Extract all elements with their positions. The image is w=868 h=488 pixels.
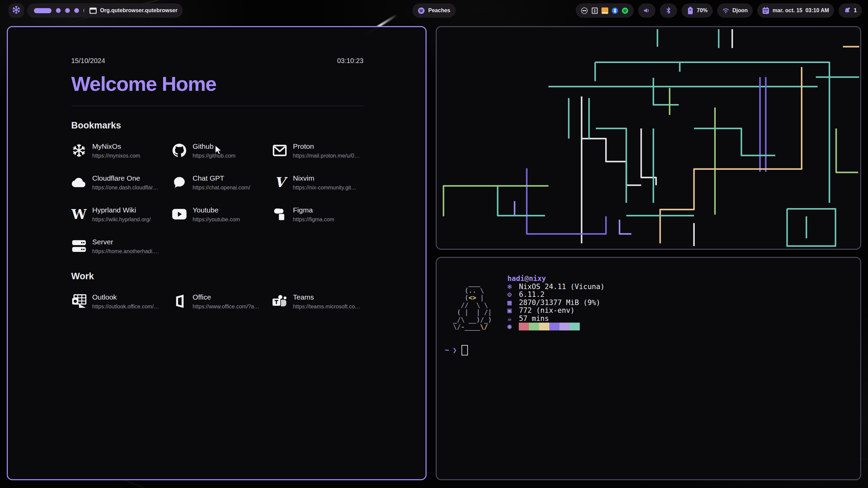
palette-swatch [549, 323, 559, 330]
palette-swatch [539, 323, 549, 330]
bookmark-title: Figma [293, 206, 334, 215]
workspace-2[interactable] [56, 8, 61, 13]
tray-orange-app-icon[interactable] [601, 7, 608, 14]
bookmark-nixvim[interactable]: VNixvimhttps://nix-community.git… [272, 171, 372, 193]
active-window-pill[interactable]: Org.qutebrowser.qutebrowser [84, 3, 183, 18]
bookmark-hyprland-wiki[interactable]: WHyprland Wikihttps://wiki.hyprland.org/ [71, 203, 172, 225]
network-pill[interactable]: Djoon [717, 3, 753, 18]
tray-goggles-icon[interactable] [581, 7, 588, 14]
terminal-window[interactable]: ___ (.. \ (<> | // \ \ ( | | /| _/\ __)/… [436, 257, 861, 480]
tray-bluetooth-icon[interactable] [611, 7, 618, 14]
fastfetch-icon: ⚙ [507, 291, 519, 299]
battery-pill[interactable]: 70% [682, 3, 713, 18]
server-icon [71, 238, 87, 254]
divider [71, 106, 363, 106]
bookmark-title: MyNixOs [92, 142, 140, 151]
bookmark-title: Cloudflare One [92, 174, 158, 183]
bookmark-proton[interactable]: Protonhttps://mail.proton.me/u/0… [272, 140, 372, 161]
terminal-color-palette: ◉ [507, 323, 605, 331]
bookmark-title: Nixvim [293, 174, 356, 183]
media-track-label: Peaches [428, 7, 450, 14]
bookmark-teams[interactable]: Teamshttps://teams.microsoft.co… [272, 290, 372, 312]
teams-icon [272, 293, 288, 309]
bookmark-mynixos[interactable]: MyNixOshttps://mynixos.com [71, 140, 172, 161]
qutebrowser-window: 15/10/2024 03:10:23 Welcome Home Bookmar… [7, 26, 427, 480]
bell-icon [844, 7, 851, 14]
palette-swatch [559, 323, 570, 330]
speaker-icon [643, 7, 650, 14]
mail-icon [272, 143, 288, 158]
terminal-cursor [461, 345, 468, 355]
chat-icon [172, 175, 187, 190]
system-tray[interactable] [576, 3, 634, 18]
workspace-1-active[interactable] [34, 8, 52, 13]
fastfetch-value: NixOS 24.11 (Vicuna) [519, 283, 605, 291]
app-launcher-button[interactable] [8, 3, 24, 18]
bookmark-title: Office [193, 293, 259, 302]
notifications-pill[interactable]: 1 [839, 3, 862, 18]
bookmark-title: Github [193, 142, 235, 151]
prompt-chevron: ❯ [453, 346, 457, 354]
battery-icon [687, 7, 694, 14]
bookmark-url: https://wiki.hyprland.org/ [92, 217, 151, 223]
terminal-user: hadi [507, 275, 525, 283]
bookmark-title: Outlook [92, 293, 159, 302]
bookmark-sections: BookmarksMyNixOshttps://mynixos.comGithu… [71, 120, 363, 312]
startpage-date: 15/10/2024 [71, 57, 105, 65]
bookmark-url: https://github.com [193, 153, 235, 159]
fastfetch-line-4: ☕57 mins [507, 315, 605, 323]
figma-icon [272, 206, 288, 222]
terminal-host: nixy [529, 275, 546, 283]
github-icon [172, 143, 187, 158]
page-title: Welcome Home [71, 72, 363, 96]
shell-prompt[interactable]: ~ ❯ [445, 345, 852, 355]
fastfetch-line-0: ❄NixOS 24.11 (Vicuna) [507, 283, 605, 291]
bookmark-office[interactable]: Officehttps://www.office.com/?a… [172, 290, 272, 312]
nix-icon [71, 143, 87, 158]
fastfetch-value: 57 mins [519, 315, 549, 323]
bookmark-outlook[interactable]: Outlookhttps://outlook.office.com/… [71, 290, 172, 312]
clock-pill[interactable]: mar. oct. 15 03:10 AM [757, 3, 834, 18]
fastfetch-icon: ▦ [507, 299, 519, 307]
bookmark-youtube[interactable]: Youtubehttps://youtube.com [172, 203, 272, 225]
bookmark-title: Teams [293, 293, 360, 302]
battery-percent: 70% [697, 7, 708, 14]
window-icon [90, 7, 97, 14]
palette-swatch [519, 323, 529, 330]
fastfetch-value: 2870/31377 MiB (9%) [519, 299, 600, 307]
wifi-icon [722, 7, 729, 14]
ascii-art-tux: ___ (.. \ (<> | // \ \ ( | | /| _/\ __)/… [453, 280, 492, 331]
palette-icon: ◉ [507, 323, 519, 331]
workspace-4[interactable] [74, 8, 79, 13]
fastfetch-line-2: ▦2870/31377 MiB (9%) [507, 299, 605, 307]
bookmark-title: Chat GPT [193, 174, 250, 183]
bookmark-url: https://chat.openai.com/ [193, 185, 250, 191]
time-label: 03:10 AM [805, 7, 829, 14]
bookmark-url: https://one.dash.cloudflar… [92, 185, 158, 191]
section-heading-work: Work [71, 271, 363, 282]
bookmark-cloudflare-one[interactable]: Cloudflare Onehttps://one.dash.cloudflar… [71, 171, 172, 193]
bookmark-figma[interactable]: Figmahttps://figma.com [272, 203, 372, 225]
bluetooth-button[interactable] [660, 3, 677, 18]
notification-count: 1 [854, 7, 857, 14]
bookmark-title: Proton [293, 142, 360, 151]
bookmark-url: https://home.anotherhadi.… [92, 248, 159, 255]
office-icon [172, 293, 187, 309]
pipes-screensaver [437, 27, 860, 249]
statusbar-right: 70% Djoon mar. oct. 15 03:10 AM 1 [576, 3, 862, 18]
pipes-terminal-window [436, 26, 861, 250]
bookmark-grid: Outlookhttps://outlook.office.com/…Offic… [71, 290, 363, 312]
volume-button[interactable] [638, 3, 655, 18]
date-label: mar. oct. 15 [772, 7, 802, 14]
wiki-icon: W [71, 206, 87, 222]
tray-keepass-icon[interactable] [591, 7, 598, 14]
bookmark-chat-gpt[interactable]: Chat GPThttps://chat.openai.com/ [172, 171, 272, 193]
fastfetch-output: ___ (.. \ (<> | // \ \ ( | | /| _/\ __)/… [445, 275, 852, 331]
bookmark-url: https://nix-community.git… [293, 185, 356, 191]
media-player-pill[interactable]: Peaches [412, 3, 456, 18]
bookmark-title: Server [92, 238, 159, 246]
workspace-3[interactable] [65, 8, 70, 13]
tray-spotify-icon[interactable] [622, 7, 629, 14]
bookmark-server[interactable]: Serverhttps://home.anotherhadi.… [71, 235, 172, 257]
bookmark-github[interactable]: Githubhttps://github.com [172, 140, 272, 161]
